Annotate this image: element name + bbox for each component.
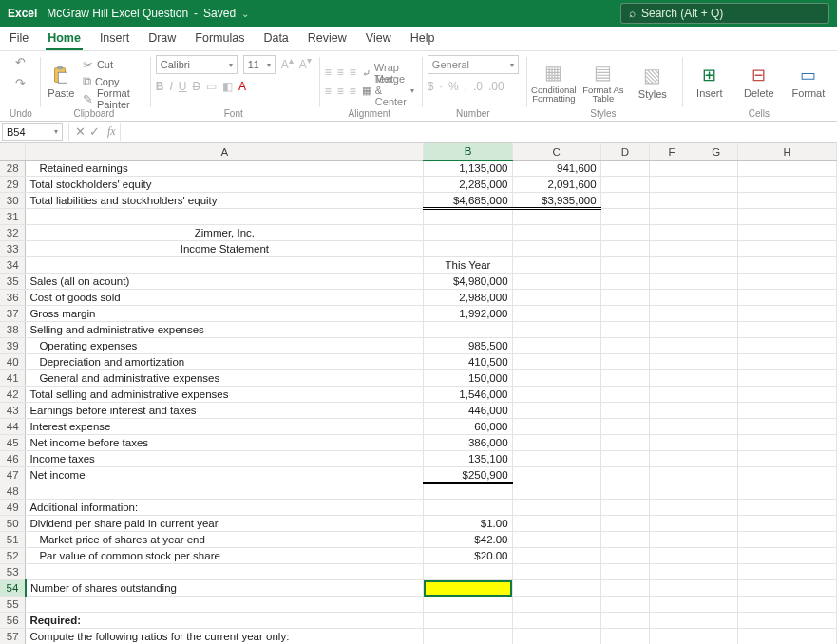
cell[interactable]: Dividend per share paid in current year <box>26 516 424 532</box>
cell[interactable] <box>694 500 738 516</box>
cell[interactable] <box>600 306 650 322</box>
cell[interactable] <box>650 177 694 193</box>
cell[interactable] <box>424 483 512 500</box>
cell[interactable] <box>512 613 600 629</box>
cell[interactable] <box>738 597 837 613</box>
cell[interactable] <box>600 516 650 532</box>
tab-review[interactable]: Review <box>306 28 349 50</box>
undo-icon[interactable]: ↶ <box>15 55 26 70</box>
row-header[interactable]: 32 <box>0 225 26 241</box>
row-header[interactable]: 38 <box>0 322 26 338</box>
cell[interactable]: 410,500 <box>424 354 512 370</box>
delete-cells-button[interactable]: ⊟Delete <box>737 55 781 108</box>
row-header[interactable]: 43 <box>0 403 26 419</box>
cell[interactable] <box>650 403 694 419</box>
cell[interactable] <box>512 629 600 645</box>
cell[interactable] <box>424 613 512 629</box>
enter-formula-icon[interactable]: ✓ <box>86 124 104 139</box>
tab-view[interactable]: View <box>364 28 393 50</box>
worksheet-grid[interactable]: ABCDFGH28Retained earnings1,135,000941,6… <box>0 142 837 644</box>
comma-icon[interactable]: , <box>465 80 467 93</box>
cancel-formula-icon[interactable]: ✕ <box>75 124 86 139</box>
font-size-select[interactable]: 11▾ <box>243 55 276 74</box>
cell[interactable] <box>600 161 650 177</box>
row-header[interactable]: 30 <box>0 193 26 209</box>
cell[interactable]: This Year <box>424 257 512 274</box>
cell[interactable] <box>650 193 694 209</box>
cell[interactable] <box>738 532 837 548</box>
col-header-C[interactable]: C <box>512 143 600 161</box>
cell[interactable] <box>738 209 837 225</box>
cell[interactable] <box>694 193 738 209</box>
cell[interactable]: Net income before taxes <box>26 435 424 451</box>
cell[interactable] <box>600 225 650 241</box>
cell[interactable] <box>694 370 738 387</box>
fx-icon[interactable]: fx <box>104 124 120 139</box>
increase-font-icon[interactable]: A▴ <box>281 55 294 74</box>
format-cells-button[interactable]: ▭Format <box>787 55 830 108</box>
cell[interactable] <box>738 306 837 322</box>
cell[interactable] <box>694 483 738 500</box>
cell[interactable] <box>512 322 600 338</box>
cut-button[interactable]: ✂Cut <box>83 57 143 72</box>
select-all-corner[interactable] <box>0 143 26 161</box>
col-header-H[interactable]: H <box>738 143 837 161</box>
cell[interactable] <box>600 241 650 257</box>
cell[interactable] <box>738 193 837 209</box>
cell[interactable]: Par value of common stock per share <box>26 548 424 564</box>
cell[interactable] <box>694 274 738 290</box>
cell[interactable] <box>738 177 837 193</box>
cell[interactable] <box>512 564 600 580</box>
cell[interactable] <box>424 580 512 597</box>
cell[interactable]: 2,091,600 <box>512 177 600 193</box>
cell[interactable] <box>512 597 600 613</box>
cell[interactable]: $20.00 <box>424 548 512 564</box>
cell[interactable] <box>650 209 694 225</box>
number-format-select[interactable]: General▾ <box>428 55 519 74</box>
cell[interactable] <box>512 516 600 532</box>
tab-file[interactable]: File <box>8 28 30 50</box>
cell[interactable] <box>650 580 694 597</box>
cell[interactable] <box>424 225 512 241</box>
decrease-font-icon[interactable]: A▾ <box>299 55 312 74</box>
cell[interactable] <box>650 225 694 241</box>
row-header[interactable]: 28 <box>0 161 26 177</box>
format-painter-button[interactable]: ✎Format Painter <box>83 91 143 106</box>
cell[interactable] <box>512 306 600 322</box>
cell[interactable] <box>600 629 650 645</box>
row-header[interactable]: 52 <box>0 548 26 564</box>
cell[interactable]: Total liabilities and stockholders' equi… <box>26 193 424 209</box>
cell[interactable] <box>424 209 512 225</box>
cell[interactable] <box>424 241 512 257</box>
cell[interactable] <box>424 322 512 338</box>
row-header[interactable]: 49 <box>0 500 26 516</box>
cell[interactable]: 135,100 <box>424 451 512 467</box>
cell[interactable] <box>650 322 694 338</box>
row-header[interactable]: 55 <box>0 597 26 613</box>
cell[interactable] <box>600 322 650 338</box>
cell[interactable] <box>738 629 837 645</box>
row-header[interactable]: 36 <box>0 290 26 306</box>
percent-icon[interactable]: % <box>448 80 459 93</box>
cell[interactable] <box>694 387 738 403</box>
cell[interactable] <box>650 419 694 435</box>
cell[interactable] <box>694 451 738 467</box>
cell[interactable] <box>738 338 837 354</box>
cell[interactable]: 1,135,000 <box>424 161 512 177</box>
cell[interactable] <box>512 257 600 274</box>
cell[interactable] <box>650 274 694 290</box>
cell[interactable]: $42.00 <box>424 532 512 548</box>
cell[interactable] <box>694 209 738 225</box>
cell[interactable] <box>650 354 694 370</box>
cell[interactable] <box>738 322 837 338</box>
cell[interactable] <box>600 290 650 306</box>
cell[interactable] <box>600 419 650 435</box>
cell[interactable] <box>738 516 837 532</box>
tab-data[interactable]: Data <box>261 28 290 50</box>
row-header[interactable]: 33 <box>0 241 26 257</box>
cell[interactable] <box>738 241 837 257</box>
cell[interactable] <box>650 516 694 532</box>
tab-insert[interactable]: Insert <box>98 28 131 50</box>
cell[interactable]: Operating expenses <box>26 338 424 354</box>
cell[interactable] <box>694 290 738 306</box>
